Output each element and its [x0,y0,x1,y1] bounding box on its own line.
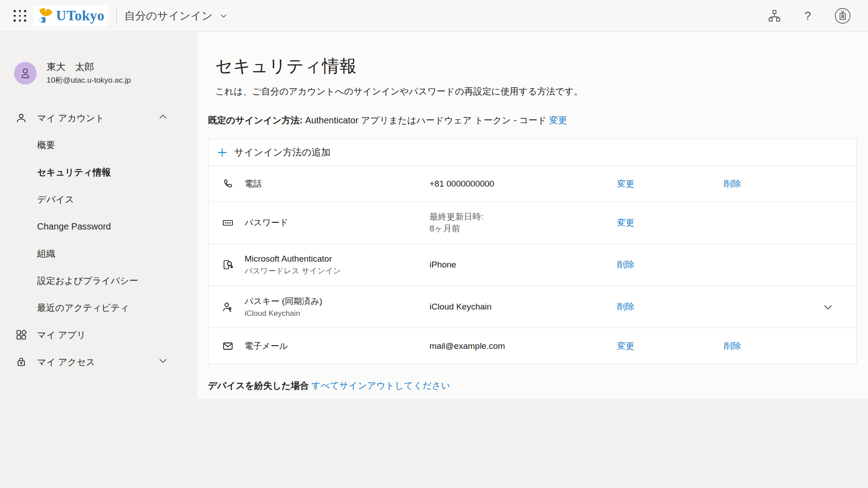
default-method-value: Authenticator アプリまたはハードウェア トークン - コード [305,115,547,125]
method-sublabel: パスワードレス サインイン [245,266,429,276]
default-method-change-link[interactable]: 変更 [549,115,567,125]
passkey-icon [222,301,245,313]
method-value: +81 0000000000 [429,178,617,190]
add-signin-method-label: サインイン方法の追加 [234,146,330,159]
method-value: iPhone [429,259,617,271]
authenticator-icon [222,259,245,271]
page-title: セキュリティ情報 [215,55,857,78]
sidebar-item-my-account[interactable]: マイ アカウント [0,104,198,131]
signin-method-row: パスワード 最終更新日時:8ヶ月前 変更 [208,202,856,244]
lock-icon [15,356,27,368]
method-label: Microsoft Authenticator [245,254,429,264]
sidebar-item-security-info[interactable]: セキュリティ情報 [0,159,198,186]
method-sublabel: iCloud Keychain [245,309,429,318]
signin-methods-card: サインイン方法の追加 電話 +81 0000000000 変更 削除 パスワード… [208,139,857,364]
plus-icon [217,147,228,158]
page-subtitle: これは、ご自分のアカウントへのサインインやパスワードの再設定に使用する方法です。 [215,85,857,98]
method-label: パスキー (同期済み) [245,296,429,307]
email-icon [222,340,245,352]
sidebar-item-recent-activity[interactable]: 最近のアクティビティ [0,294,198,321]
change-link[interactable]: 変更 [617,178,724,190]
sidebar-item-label: 設定およびプライバシー [37,275,138,287]
sidebar-item-overview[interactable]: 概要 [0,131,198,159]
utokyo-logo[interactable]: UTokyo [33,5,108,26]
ginkgo-logo-icon [37,7,54,24]
top-header: UTokyo 自分のサインイン ? [0,0,868,32]
logo-wordmark: UTokyo [56,8,104,24]
security-info-panel: セキュリティ情報 これは、ご自分のアカウントへのサインインやパスワードの再設定に… [198,32,868,399]
chevron-up-icon [158,112,168,124]
sidebar-item-label: マイ アプリ [37,329,86,341]
signin-method-row: 電子メール mail@example.com 変更 削除 [208,328,856,364]
portal-title-label: 自分のサインイン [124,9,212,23]
method-value: mail@example.com [429,340,617,352]
sidebar-item-label: デバイス [37,193,74,206]
user-name: 東大 太郎 [47,61,131,73]
default-signin-method-line: 既定のサインイン方法: Authenticator アプリまたはハードウェア ト… [208,114,857,127]
sidebar-item-settings-privacy[interactable]: 設定およびプライバシー [0,267,198,294]
delete-link[interactable]: 削除 [617,259,724,271]
signin-methods-rows: 電話 +81 0000000000 変更 削除 パスワード 最終更新日時:8ヶ月… [208,165,856,364]
signin-method-row: 電話 +81 0000000000 変更 削除 [208,165,856,202]
method-label: パスワード [245,217,429,229]
default-method-label: 既定のサインイン方法: [208,115,302,125]
password-icon [222,217,245,229]
method-label: 電話 [245,178,429,190]
sidebar-item-label: マイ アクセス [37,356,95,368]
phone-icon [222,178,245,190]
org-chart-icon[interactable] [768,9,781,23]
method-label: 電子メール [245,340,429,352]
sidebar-item-my-access[interactable]: マイ アクセス [0,348,198,375]
user-block: 東大 太郎 10桁@utac.u-tokyo.ac.jp [0,61,198,85]
lost-device-label: デバイスを紛失した場合 [208,380,309,390]
signout-all-link[interactable]: すべてサインアウトしてください [311,380,450,390]
signin-method-row: パスキー (同期済み) iCloud Keychain iCloud Keych… [208,286,856,328]
change-link[interactable]: 変更 [617,340,724,352]
sidebar-item-label: セキュリティ情報 [37,166,111,178]
chevron-down-icon [158,356,168,368]
method-value: 最終更新日時:8ヶ月前 [429,211,617,234]
chevron-down-icon[interactable] [823,302,833,312]
person-icon [15,112,27,124]
method-value: iCloud Keychain [429,301,617,313]
portal-title-dropdown[interactable]: 自分のサインイン [124,9,227,23]
id-badge-avatar-icon[interactable] [833,6,853,26]
sidebar-item-change-password[interactable]: Change Password [0,213,198,240]
sidebar-nav: マイ アカウント概要セキュリティ情報デバイスChange Password組織設… [0,104,198,375]
sidebar-item-label: マイ アカウント [37,112,104,124]
delete-link[interactable]: 削除 [724,340,833,352]
header-divider [116,8,117,24]
apps-icon [15,329,27,341]
sidebar: 東大 太郎 10桁@utac.u-tokyo.ac.jp マイ アカウント概要セ… [0,32,198,488]
sidebar-item-label: 最近のアクティビティ [37,302,129,314]
sidebar-item-my-apps[interactable]: マイ アプリ [0,321,198,348]
app-launcher-icon[interactable] [12,8,27,23]
delete-link[interactable]: 削除 [617,301,724,313]
sidebar-item-label: 概要 [37,139,55,151]
signin-method-row: Microsoft Authenticator パスワードレス サインイン iP… [208,244,856,286]
add-signin-method-button[interactable]: サインイン方法の追加 [208,139,856,165]
sidebar-item-devices[interactable]: デバイス [0,186,198,213]
sidebar-item-organizations[interactable]: 組織 [0,240,198,267]
sidebar-item-label: Change Password [37,221,111,232]
help-icon[interactable]: ? [805,9,811,23]
user-email: 10桁@utac.u-tokyo.ac.jp [47,75,131,85]
lost-device-line: デバイスを紛失した場合 すべてサインアウトしてください [208,380,857,392]
delete-link[interactable]: 削除 [724,178,833,190]
chevron-down-icon [220,12,227,20]
sidebar-item-label: 組織 [37,248,55,260]
change-link[interactable]: 変更 [617,217,724,229]
user-avatar[interactable] [14,62,37,84]
my-signins-app: UTokyo 自分のサインイン ? [0,0,868,488]
